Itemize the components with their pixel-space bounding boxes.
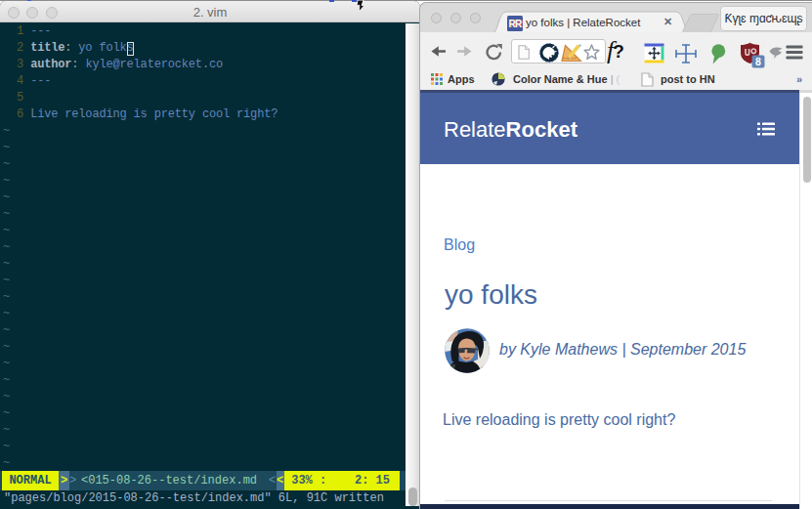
svg-text:8: 8	[755, 56, 761, 67]
svg-text:RR: RR	[508, 19, 522, 29]
